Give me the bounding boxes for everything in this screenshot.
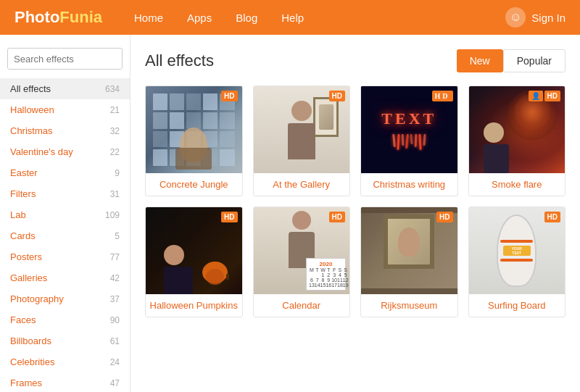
sidebar-item-posters[interactable]: Posters 77: [0, 246, 130, 267]
main-nav: Home Apps Blog Help: [124, 6, 505, 30]
sidebar-label-all: All effects: [10, 83, 51, 94]
sidebar-item-valentines[interactable]: Valentine's day 22: [0, 141, 130, 162]
effect-image-christmas-writing: TEXT HD: [361, 86, 457, 173]
sidebar-label-billboards: Billboards: [10, 335, 51, 346]
effect-card-calendar[interactable]: 2020 MTWTFSS 12345 6789101112 1314151617…: [253, 207, 351, 317]
sidebar-count-photography: 37: [110, 294, 120, 304]
effects-grid: HD Concrete Jungle: [145, 86, 566, 317]
content-area: All effects New Popular: [130, 35, 580, 392]
sidebar-item-christmas[interactable]: Christmas 32: [0, 120, 130, 141]
nav-blog[interactable]: Blog: [225, 6, 268, 30]
sidebar-count-filters: 31: [110, 189, 120, 199]
main-layout: 🔍 All effects 634 Halloween 21 Christmas…: [0, 35, 580, 392]
hd-badge-calendar: HD: [329, 212, 345, 222]
sidebar-count-galleries: 42: [110, 273, 120, 283]
effect-name-christmas-writing: Christmas writing: [361, 173, 457, 196]
effect-image-halloween: HD: [146, 207, 242, 294]
page-title: All effects: [145, 51, 214, 70]
sidebar-item-faces[interactable]: Faces 90: [0, 309, 130, 330]
sidebar-item-lab[interactable]: Lab 109: [0, 204, 130, 225]
hd-badge-gallery: HD: [329, 91, 345, 101]
sidebar-label-photography: Photography: [10, 293, 64, 304]
hd-badge-christmas: HD: [432, 91, 453, 101]
sidebar-count-faces: 90: [110, 315, 120, 325]
effect-name-concrete-jungle: Concrete Jungle: [146, 173, 242, 196]
effect-image-at-the-gallery: HD: [254, 86, 350, 173]
effect-name-calendar: Calendar: [254, 294, 350, 317]
sidebar-item-photography[interactable]: Photography 37: [0, 288, 130, 309]
sidebar-count-valentines: 22: [110, 147, 120, 157]
hd-badge-smoke: HD: [544, 91, 560, 101]
sidebar-count-christmas: 32: [110, 126, 120, 136]
sidebar-item-halloween[interactable]: Halloween 21: [0, 99, 130, 120]
effect-card-surfing-board[interactable]: YOURTEXT HD Surfing Board: [468, 207, 566, 317]
sidebar-label-posters: Posters: [10, 251, 42, 262]
search-input[interactable]: [8, 49, 123, 69]
user-icon: ☺: [505, 7, 526, 28]
logo-photo: Photo: [14, 8, 59, 27]
sidebar-label-galleries: Galleries: [10, 272, 47, 283]
sidebar: 🔍 All effects 634 Halloween 21 Christmas…: [0, 35, 130, 392]
effect-name-smoke-flare: Smoke flare: [469, 173, 566, 196]
effect-name-surfing-board: Surfing Board: [469, 294, 566, 317]
sidebar-label-lab: Lab: [10, 209, 26, 220]
effect-image-concrete-jungle: HD: [146, 86, 242, 173]
sidebar-item-frames[interactable]: Frames 47: [0, 372, 130, 392]
logo-funia: Funia: [59, 8, 102, 27]
search-box[interactable]: 🔍: [7, 48, 123, 70]
header: PhotoFunia Home Apps Blog Help ☺ Sign In: [0, 0, 580, 35]
effect-card-concrete-jungle[interactable]: HD Concrete Jungle: [145, 86, 243, 196]
effect-image-surfboard: YOURTEXT HD: [469, 207, 566, 294]
sidebar-item-filters[interactable]: Filters 31: [0, 183, 130, 204]
sidebar-count-easter: 9: [115, 168, 120, 178]
sidebar-label-cards: Cards: [10, 230, 36, 241]
sidebar-label-halloween: Halloween: [10, 104, 54, 115]
nav-help[interactable]: Help: [271, 6, 314, 30]
sidebar-count-celebrities: 24: [110, 357, 120, 367]
sidebar-item-galleries[interactable]: Galleries 42: [0, 267, 130, 288]
effect-name-at-gallery: At the Gallery: [254, 173, 350, 196]
filter-popular-button[interactable]: Popular: [503, 49, 566, 72]
effect-card-rijksmuseum[interactable]: HD Rijksmuseum: [360, 207, 458, 317]
sidebar-count-posters: 77: [110, 252, 120, 262]
sign-in-button[interactable]: ☺ Sign In: [505, 7, 566, 28]
filter-buttons: New Popular: [457, 49, 566, 72]
effect-card-christmas-writing[interactable]: TEXT HD Christma: [360, 86, 458, 196]
effect-name-rijksmuseum: Rijksmuseum: [361, 294, 457, 317]
sidebar-label-faces: Faces: [10, 314, 36, 325]
sidebar-count-billboards: 61: [110, 336, 120, 346]
logo[interactable]: PhotoFunia: [14, 8, 102, 27]
sidebar-count-halloween: 21: [110, 105, 120, 115]
nav-home[interactable]: Home: [124, 6, 173, 30]
sidebar-item-cards[interactable]: Cards 5: [0, 225, 130, 246]
effect-image-smoke-flare: HD 👤: [469, 86, 566, 173]
filter-new-button[interactable]: New: [457, 49, 503, 72]
effect-card-at-the-gallery[interactable]: HD At the Gallery: [253, 86, 351, 196]
sidebar-item-easter[interactable]: Easter 9: [0, 162, 130, 183]
effect-card-halloween-pumpkins[interactable]: HD Halloween Pumpkins: [145, 207, 243, 317]
sidebar-label-easter: Easter: [10, 167, 38, 178]
sidebar-count-lab: 109: [105, 210, 120, 220]
extra-badge-smoke: 👤: [529, 91, 543, 101]
sidebar-label-valentines: Valentine's day: [10, 146, 73, 157]
sidebar-label-frames: Frames: [10, 378, 42, 388]
sidebar-count-cards: 5: [115, 231, 120, 241]
sidebar-item-billboards[interactable]: Billboards 61: [0, 330, 130, 351]
sidebar-label-christmas: Christmas: [10, 125, 53, 136]
sidebar-count-all: 634: [105, 84, 120, 94]
sidebar-label-filters: Filters: [10, 188, 36, 199]
hd-badge: HD: [221, 91, 237, 101]
hd-badge-halloween: HD: [221, 212, 237, 222]
sidebar-item-all-effects[interactable]: All effects 634: [0, 78, 130, 99]
sidebar-label-celebrities: Celebrities: [10, 356, 54, 367]
effect-image-calendar: 2020 MTWTFSS 12345 6789101112 1314151617…: [254, 207, 350, 294]
effect-name-halloween-pumpkins: Halloween Pumpkins: [146, 294, 242, 317]
nav-apps[interactable]: Apps: [177, 6, 222, 30]
sidebar-count-frames: 47: [110, 378, 120, 388]
effect-image-rijks: HD: [361, 207, 457, 294]
hd-badge-surfboard: HD: [544, 212, 560, 222]
effect-card-smoke-flare[interactable]: HD 👤 Smoke flare: [468, 86, 566, 196]
sidebar-item-celebrities[interactable]: Celebrities 24: [0, 351, 130, 372]
sign-in-label: Sign In: [531, 12, 566, 24]
content-header: All effects New Popular: [145, 49, 566, 72]
